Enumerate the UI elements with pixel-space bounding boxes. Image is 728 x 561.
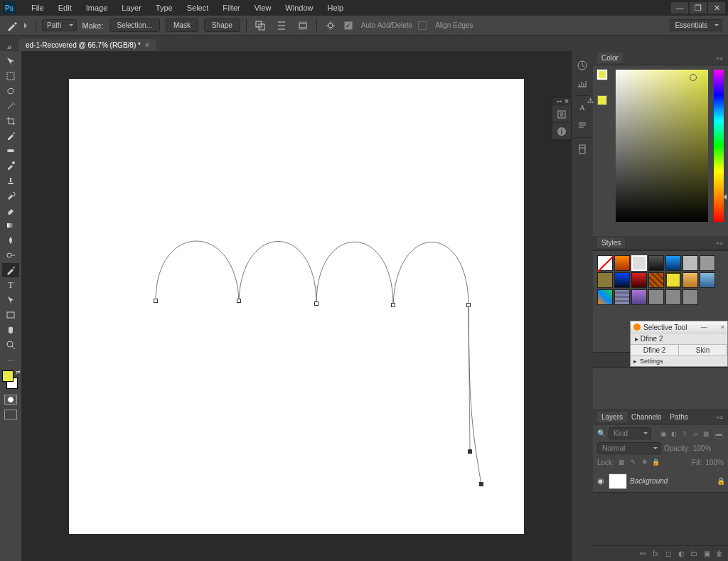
- align-edges-checkbox[interactable]: [418, 21, 427, 30]
- selective-tab[interactable]: Dfine 2: [631, 345, 679, 356]
- anchor-point[interactable]: [154, 299, 158, 303]
- menu-image[interactable]: Image: [79, 1, 115, 14]
- visibility-toggle[interactable]: ◉: [596, 476, 606, 486]
- info-icon[interactable]: i: [552, 123, 571, 140]
- paragraph-panel-icon[interactable]: [574, 117, 591, 134]
- tab-collapse-icon[interactable]: »: [7, 43, 16, 51]
- workspace-switcher[interactable]: Essentials: [670, 19, 722, 31]
- style-swatch[interactable]: [614, 255, 630, 271]
- hand-tool[interactable]: [2, 323, 19, 337]
- kind-filter-icon[interactable]: 🔍: [597, 429, 606, 437]
- style-swatch[interactable]: [665, 255, 681, 271]
- lock-image-icon[interactable]: ✎: [628, 457, 638, 467]
- channels-tab[interactable]: Channels: [627, 412, 665, 422]
- menu-edit[interactable]: Edit: [51, 1, 79, 14]
- style-swatch[interactable]: [682, 255, 698, 271]
- panel-close-icon[interactable]: ×: [721, 324, 724, 331]
- minimize-button[interactable]: —: [671, 2, 688, 14]
- marquee-tool[interactable]: [2, 69, 19, 83]
- tab-close-icon[interactable]: ×: [145, 41, 149, 49]
- panel-close-icon[interactable]: ×: [564, 98, 569, 104]
- style-swatch[interactable]: [631, 289, 647, 305]
- pen-tool[interactable]: [2, 263, 19, 277]
- eyedropper-tool[interactable]: [2, 129, 19, 143]
- blend-mode-dropdown[interactable]: Normal: [597, 442, 661, 454]
- style-swatch[interactable]: [648, 272, 664, 288]
- kind-filter-dropdown[interactable]: Kind: [609, 427, 651, 439]
- path-selection-tool[interactable]: [2, 293, 19, 307]
- zoom-tool[interactable]: [2, 338, 19, 352]
- fill-value[interactable]: 100%: [705, 459, 724, 466]
- close-button[interactable]: ✕: [708, 2, 725, 14]
- selective-tool-item[interactable]: ▸ Dfine 2: [631, 333, 727, 344]
- style-swatch[interactable]: [665, 289, 681, 305]
- filter-toggle[interactable]: ▬: [714, 429, 724, 439]
- panel-collapse-icon[interactable]: ↔: [557, 98, 562, 104]
- lock-transparency-icon[interactable]: ▦: [617, 457, 627, 467]
- style-swatch[interactable]: [648, 289, 664, 305]
- eraser-tool[interactable]: [2, 203, 19, 218]
- auto-add-delete-checkbox[interactable]: [344, 21, 353, 30]
- anchor-point[interactable]: [314, 301, 318, 306]
- anchor-point[interactable]: [466, 303, 471, 307]
- menu-filter[interactable]: Filter: [215, 1, 247, 14]
- brush-tool[interactable]: [2, 159, 19, 173]
- filter-shape-icon[interactable]: ▱: [690, 429, 700, 439]
- opacity-value[interactable]: 100%: [693, 444, 712, 452]
- menu-type[interactable]: Type: [149, 1, 180, 14]
- foreground-background-colors[interactable]: ⇄: [2, 370, 19, 390]
- canvas-area[interactable]: ↔× i: [21, 51, 572, 561]
- properties-icon[interactable]: [552, 106, 571, 123]
- delete-layer-icon[interactable]: 🗑: [714, 548, 725, 560]
- quick-mask-toggle[interactable]: [2, 391, 19, 405]
- direction-point[interactable]: [468, 449, 472, 454]
- panel-minimize-icon[interactable]: —: [701, 324, 707, 331]
- gamut-warning-icon[interactable]: ⚠: [587, 97, 594, 105]
- magic-wand-tool[interactable]: [2, 99, 19, 113]
- healing-brush-tool[interactable]: [2, 144, 19, 158]
- clone-stamp-tool[interactable]: [2, 173, 19, 188]
- path-operations-icon[interactable]: [252, 18, 268, 33]
- menu-layer[interactable]: Layer: [114, 1, 149, 14]
- style-swatch[interactable]: [700, 255, 715, 271]
- new-group-icon[interactable]: 🗀: [688, 548, 700, 560]
- actions-panel-icon[interactable]: [574, 75, 591, 92]
- foreground-swatch[interactable]: [597, 70, 607, 80]
- style-swatch[interactable]: [682, 289, 698, 305]
- tool-preset-picker[interactable]: [24, 23, 30, 28]
- anchor-point[interactable]: [391, 303, 395, 307]
- panel-menu-icon[interactable]: ▪≡: [717, 55, 724, 62]
- hue-slider-thumb[interactable]: [721, 194, 727, 200]
- new-layer-icon[interactable]: ▣: [701, 548, 712, 560]
- filter-pixel-icon[interactable]: ▣: [658, 429, 668, 439]
- tool-mode-dropdown[interactable]: Path: [42, 19, 77, 31]
- filter-type-icon[interactable]: T: [680, 429, 690, 439]
- style-swatch[interactable]: [614, 272, 630, 288]
- path-align-icon[interactable]: [274, 18, 289, 33]
- color-picker[interactable]: [616, 70, 708, 222]
- selection-button[interactable]: Selection...: [109, 18, 160, 32]
- style-swatch[interactable]: [614, 289, 630, 305]
- type-tool[interactable]: T: [2, 278, 19, 292]
- style-swatch[interactable]: [631, 255, 647, 271]
- menu-window[interactable]: Window: [278, 1, 320, 14]
- move-tool[interactable]: [2, 54, 19, 68]
- filter-adjustment-icon[interactable]: ◐: [669, 429, 679, 439]
- background-swatch[interactable]: [597, 95, 607, 105]
- document-tab[interactable]: ed-1-Recovered @ 66.7% (RGB/8) * ×: [18, 39, 156, 51]
- dodge-tool[interactable]: [2, 248, 19, 262]
- brush-panel-icon[interactable]: [574, 141, 591, 158]
- swap-colors-icon[interactable]: ⇄: [16, 369, 21, 375]
- lock-all-icon[interactable]: 🔒: [651, 457, 661, 467]
- menu-help[interactable]: Help: [320, 1, 350, 14]
- layer-style-icon[interactable]: fx: [650, 548, 661, 560]
- foreground-color[interactable]: [2, 370, 14, 382]
- menu-file[interactable]: File: [24, 1, 51, 14]
- style-swatch[interactable]: [631, 272, 647, 288]
- layer-row[interactable]: ◉ Background 🔒: [593, 470, 728, 493]
- style-none[interactable]: [597, 255, 613, 271]
- mask-button[interactable]: Mask: [166, 18, 198, 32]
- styles-tab[interactable]: Styles: [597, 237, 625, 248]
- path-arrange-icon[interactable]: [295, 18, 311, 33]
- restore-button[interactable]: ❐: [690, 2, 707, 14]
